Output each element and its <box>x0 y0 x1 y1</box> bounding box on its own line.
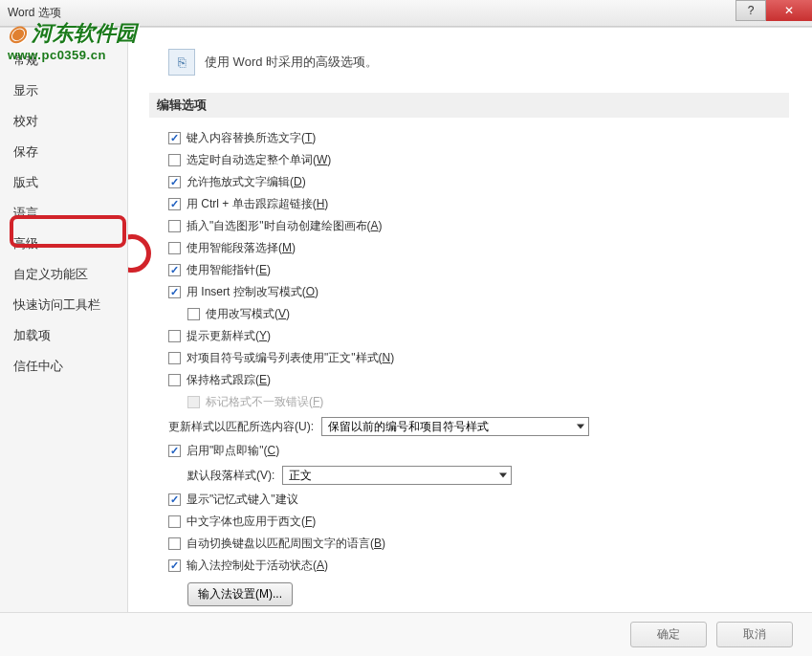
option-label: 对项目符号或编号列表使用"正文"样式(N) <box>187 350 394 366</box>
default-para-dropdown[interactable]: 正文 <box>282 466 512 485</box>
cancel-button[interactable]: 取消 <box>716 622 793 647</box>
option-label: 中文字体也应用于西文(F) <box>187 514 316 530</box>
update-style-label: 更新样式以匹配所选内容(U): <box>168 419 314 435</box>
option-row: 提示更新样式(Y) <box>168 325 789 347</box>
checkbox[interactable] <box>168 515 181 528</box>
option-row: 使用智能指针(E) <box>168 259 789 281</box>
checkbox[interactable] <box>168 352 181 364</box>
option-row: 键入内容替换所选文字(T) <box>168 127 789 149</box>
header-text: 使用 Word 时采用的高级选项。 <box>205 54 378 71</box>
default-para-label: 默认段落样式(V): <box>187 468 274 484</box>
sidebar-item-addins[interactable]: 加载项 <box>0 320 127 351</box>
update-style-row: 更新样式以匹配所选内容(U): 保留以前的编号和项目符号样式 <box>168 413 789 440</box>
option-row: 用 Ctrl + 单击跟踪超链接(H) <box>168 193 789 215</box>
ok-button[interactable]: 确定 <box>630 622 707 647</box>
checkbox[interactable] <box>168 286 181 298</box>
option-label: 允许拖放式文字编辑(D) <box>187 174 306 190</box>
titlebar: Word 选项 ? ✕ <box>0 0 812 27</box>
sidebar-item-advanced[interactable]: 高级 <box>0 229 127 259</box>
content-pane: ⎘ 使用 Word 时采用的高级选项。 编辑选项 键入内容替换所选文字(T)选定… <box>128 28 812 612</box>
sidebar-item-general[interactable]: 常规 <box>0 45 127 76</box>
option-label: 使用智能指针(E) <box>187 262 271 278</box>
option-label: 插入"自选图形"时自动创建绘图画布(A) <box>187 218 383 234</box>
checkbox[interactable] <box>168 445 181 457</box>
checkbox[interactable] <box>168 242 181 254</box>
option-row: 允许拖放式文字编辑(D) <box>168 171 789 193</box>
option-label: 使用智能段落选择(M) <box>187 240 296 256</box>
option-row: 显示"记忆式键入"建议 <box>168 489 789 511</box>
checkbox[interactable] <box>168 264 181 276</box>
checkbox[interactable] <box>168 374 181 386</box>
option-row: 用 Insert 控制改写模式(O) <box>168 281 789 303</box>
sidebar: 常规 显示 校对 保存 版式 语言 高级 自定义功能区 快速访问工具栏 加载项 … <box>0 28 128 612</box>
option-row: 输入法控制处于活动状态(A) <box>168 555 789 577</box>
footer: 确定 取消 <box>0 612 812 656</box>
sidebar-item-save[interactable]: 保存 <box>0 137 127 167</box>
sidebar-item-trust[interactable]: 信任中心 <box>0 351 127 382</box>
checkbox[interactable] <box>168 537 181 550</box>
option-label: 启用"即点即输"(C) <box>187 443 279 459</box>
update-style-dropdown[interactable]: 保留以前的编号和项目符号样式 <box>321 417 589 436</box>
section-title: 编辑选项 <box>149 93 789 118</box>
option-label: 输入法控制处于活动状态(A) <box>187 558 328 574</box>
sidebar-item-customize-ribbon[interactable]: 自定义功能区 <box>0 259 127 290</box>
option-row: 中文字体也应用于西文(F) <box>168 511 789 533</box>
option-row: 对项目符号或编号列表使用"正文"样式(N) <box>168 347 789 369</box>
option-label: 显示"记忆式键入"建议 <box>187 492 298 508</box>
sidebar-item-display[interactable]: 显示 <box>0 76 127 106</box>
option-row: 使用智能段落选择(M) <box>168 237 789 259</box>
option-row: 选定时自动选定整个单词(W) <box>168 149 789 171</box>
sidebar-item-layout[interactable]: 版式 <box>0 167 127 198</box>
checkbox[interactable] <box>168 559 181 572</box>
checkbox[interactable] <box>168 176 181 188</box>
content-header: ⎘ 使用 Word 时采用的高级选项。 <box>168 49 789 76</box>
help-button[interactable]: ? <box>735 0 766 21</box>
checkbox <box>187 396 200 408</box>
option-label: 标记格式不一致错误(F) <box>206 394 323 410</box>
checkbox[interactable] <box>168 330 181 342</box>
checkbox[interactable] <box>168 154 181 166</box>
sidebar-item-language[interactable]: 语言 <box>0 198 127 229</box>
option-row: 保持格式跟踪(E) <box>168 369 789 391</box>
sidebar-item-proofing[interactable]: 校对 <box>0 106 127 137</box>
option-row: 自动切换键盘以匹配周围文字的语言(B) <box>168 533 789 555</box>
option-label: 用 Insert 控制改写模式(O) <box>187 284 318 300</box>
option-label: 选定时自动选定整个单词(W) <box>187 152 331 168</box>
checkbox[interactable] <box>168 220 181 232</box>
option-label: 使用改写模式(V) <box>206 306 290 322</box>
ime-settings-button[interactable]: 输入法设置(M)... <box>187 582 293 606</box>
option-label: 提示更新样式(Y) <box>187 328 271 344</box>
sidebar-item-qat[interactable]: 快速访问工具栏 <box>0 290 127 320</box>
option-label: 用 Ctrl + 单击跟踪超链接(H) <box>187 196 328 212</box>
annotation-red-circle <box>128 234 151 273</box>
checkbox[interactable] <box>168 198 181 210</box>
checkbox[interactable] <box>168 493 181 506</box>
option-label: 键入内容替换所选文字(T) <box>187 130 316 146</box>
option-row: 使用改写模式(V) <box>168 303 789 325</box>
option-label: 自动切换键盘以匹配周围文字的语言(B) <box>187 536 385 552</box>
option-row: 插入"自选图形"时自动创建绘图画布(A) <box>168 215 789 237</box>
option-row: 标记格式不一致错误(F) <box>168 391 789 413</box>
close-button[interactable]: ✕ <box>766 0 812 21</box>
header-icon: ⎘ <box>168 49 195 76</box>
checkbox[interactable] <box>187 308 200 320</box>
window-title: Word 选项 <box>4 5 61 21</box>
checkbox[interactable] <box>168 132 181 144</box>
default-para-row: 默认段落样式(V): 正文 <box>168 462 789 489</box>
option-label: 保持格式跟踪(E) <box>187 372 271 388</box>
option-row: 启用"即点即输"(C) <box>168 440 789 462</box>
